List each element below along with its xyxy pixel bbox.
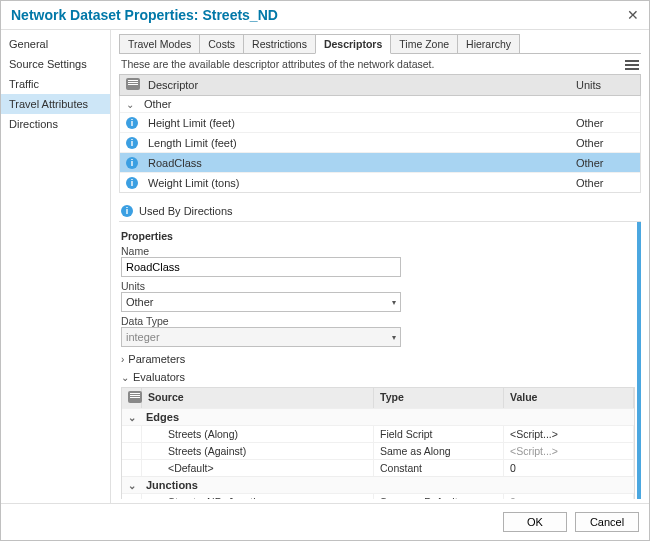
menu-icon[interactable] (625, 58, 639, 70)
col-source[interactable]: Source (142, 388, 374, 408)
attr-grid-header: Descriptor Units (119, 74, 641, 96)
attr-row[interactable]: i Height Limit (feet) Other (120, 112, 640, 132)
properties-panel[interactable]: Properties Name Units Other ▾ Data Type … (119, 222, 641, 499)
info-icon: i (126, 137, 138, 149)
col-value[interactable]: Value (504, 388, 634, 408)
close-icon[interactable]: ✕ (627, 7, 639, 23)
sidebar-item-source-settings[interactable]: Source Settings (1, 54, 110, 74)
sidebar-item-travel-attributes[interactable]: Travel Attributes (1, 94, 110, 114)
titlebar: Network Dataset Properties: Streets_ND ✕ (1, 1, 649, 30)
parameters-section[interactable]: › Parameters (121, 353, 635, 365)
eval-row[interactable]: Streets (Against) Same as Along <Script.… (122, 442, 634, 459)
info-icon: i (126, 157, 138, 169)
chevron-right-icon: › (121, 354, 124, 365)
window-title: Network Dataset Properties: Streets_ND (11, 7, 278, 23)
main-panel: Travel Modes Costs Restrictions Descript… (111, 30, 649, 503)
sidebar-item-directions[interactable]: Directions (1, 114, 110, 134)
info-icon: i (126, 177, 138, 189)
name-label: Name (121, 245, 635, 257)
col-type[interactable]: Type (374, 388, 504, 408)
units-combo[interactable]: Other ▾ (121, 292, 401, 312)
attr-group-other[interactable]: ⌄ Other (119, 96, 641, 112)
message-icon (128, 391, 142, 403)
datatype-combo: integer ▾ (121, 327, 401, 347)
tab-time-zone[interactable]: Time Zone (390, 34, 458, 53)
eval-group-edges[interactable]: ⌄ Edges (122, 408, 634, 425)
name-input[interactable] (121, 257, 401, 277)
chevron-down-icon: ⌄ (128, 480, 140, 491)
message-icon (126, 78, 140, 90)
chevron-down-icon: ⌄ (128, 412, 140, 423)
intro-text: These are the available descriptor attri… (121, 58, 434, 70)
cancel-button[interactable]: Cancel (575, 512, 639, 532)
attr-list: i Height Limit (feet) Other i Length Lim… (119, 112, 641, 193)
tab-descriptors[interactable]: Descriptors (315, 34, 391, 54)
eval-row[interactable]: <Default> Constant 0 (122, 459, 634, 476)
tab-costs[interactable]: Costs (199, 34, 244, 53)
chevron-down-icon: ⌄ (121, 372, 129, 383)
tab-travel-modes[interactable]: Travel Modes (119, 34, 200, 53)
info-icon: i (126, 117, 138, 129)
attr-row[interactable]: i Weight Limit (tons) Other (120, 172, 640, 192)
eval-group-junctions[interactable]: ⌄ Junctions (122, 476, 634, 493)
properties-heading: Properties (121, 230, 635, 242)
sidebar-item-traffic[interactable]: Traffic (1, 74, 110, 94)
tab-hierarchy[interactable]: Hierarchy (457, 34, 520, 53)
datatype-label: Data Type (121, 315, 635, 327)
chevron-down-icon: ▾ (392, 333, 396, 342)
col-units[interactable]: Units (570, 76, 640, 94)
attr-row-selected[interactable]: i RoadClass Other (120, 152, 640, 172)
tab-bar: Travel Modes Costs Restrictions Descript… (119, 34, 641, 54)
sidebar-item-general[interactable]: General (1, 34, 110, 54)
sidebar: General Source Settings Traffic Travel A… (1, 30, 111, 503)
eval-row[interactable]: Streets (Along) Field Script <Script...> (122, 425, 634, 442)
dialog-footer: OK Cancel (1, 503, 649, 540)
tab-restrictions[interactable]: Restrictions (243, 34, 316, 53)
col-descriptor[interactable]: Descriptor (142, 76, 570, 94)
ok-button[interactable]: OK (503, 512, 567, 532)
dialog: Network Dataset Properties: Streets_ND ✕… (0, 0, 650, 541)
eval-row[interactable]: Streets_ND_Junctions Same as Default 0 (122, 493, 634, 499)
attr-row[interactable]: i Length Limit (feet) Other (120, 132, 640, 152)
evaluators-section[interactable]: ⌄ Evaluators (121, 371, 635, 383)
used-by-row: i Used By Directions (119, 201, 641, 222)
chevron-down-icon: ▾ (392, 298, 396, 307)
units-label: Units (121, 280, 635, 292)
evaluators-table: Source Type Value ⌄ Edges Streets (Along… (121, 387, 635, 499)
chevron-down-icon: ⌄ (126, 99, 138, 110)
info-icon: i (121, 205, 133, 217)
